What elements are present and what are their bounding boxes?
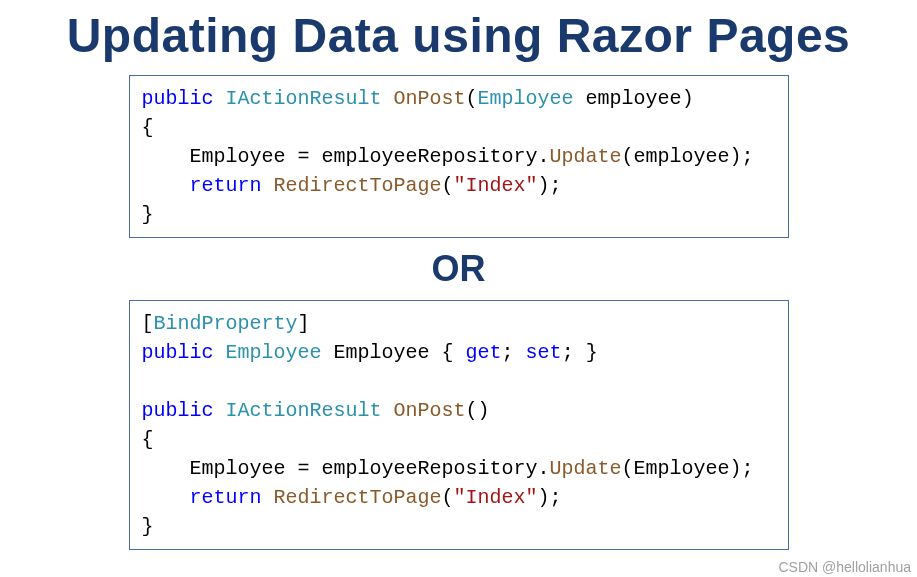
code-token: );: [538, 486, 562, 509]
code-token: IActionResult: [226, 87, 394, 110]
code-token: employee: [586, 87, 682, 110]
code-token: ;: [502, 341, 526, 364]
code-block-2: [BindProperty] public Employee Employee …: [129, 300, 789, 550]
watermark-text: CSDN @hellolianhua: [778, 559, 911, 575]
code-token: [: [142, 312, 154, 335]
code-token: return: [190, 486, 274, 509]
code-token: (employee);: [622, 145, 754, 168]
code-token: (: [466, 87, 478, 110]
code-token: Employee = employeeRepository.: [142, 457, 550, 480]
code-token: }: [142, 515, 154, 538]
code-token: (): [466, 399, 490, 422]
code-token: IActionResult: [226, 399, 394, 422]
code-token: public: [142, 87, 226, 110]
code-token: {: [142, 116, 154, 139]
code-token: Employee: [226, 341, 334, 364]
code-token: Employee {: [334, 341, 466, 364]
code-token: }: [142, 203, 154, 226]
code-token: RedirectToPage: [274, 174, 442, 197]
page-title: Updating Data using Razor Pages: [0, 8, 917, 63]
code-token: (: [442, 486, 454, 509]
code-block-1: public IActionResult OnPost(Employee emp…: [129, 75, 789, 238]
code-token: ; }: [562, 341, 598, 364]
code-token: set: [526, 341, 562, 364]
code-token: public: [142, 341, 226, 364]
or-label: OR: [0, 248, 917, 290]
code-token: "Index": [454, 486, 538, 509]
code-token: );: [538, 174, 562, 197]
code-pre-2: [BindProperty] public Employee Employee …: [142, 309, 776, 541]
code-token: BindProperty: [154, 312, 298, 335]
code-pre-1: public IActionResult OnPost(Employee emp…: [142, 84, 776, 229]
code-token: return: [190, 174, 274, 197]
code-token: [142, 486, 190, 509]
code-token: public: [142, 399, 226, 422]
code-token: RedirectToPage: [274, 486, 442, 509]
code-token: Employee = employeeRepository.: [142, 145, 550, 168]
code-token: Update: [550, 457, 622, 480]
code-token: "Index": [454, 174, 538, 197]
code-token: {: [142, 428, 154, 451]
code-token: OnPost: [394, 399, 466, 422]
code-token: [142, 174, 190, 197]
code-token: OnPost: [394, 87, 466, 110]
code-token: Employee: [478, 87, 586, 110]
code-token: (Employee);: [622, 457, 754, 480]
code-token: (: [442, 174, 454, 197]
code-token: ): [682, 87, 694, 110]
code-token: ]: [298, 312, 310, 335]
code-token: get: [466, 341, 502, 364]
code-token: Update: [550, 145, 622, 168]
